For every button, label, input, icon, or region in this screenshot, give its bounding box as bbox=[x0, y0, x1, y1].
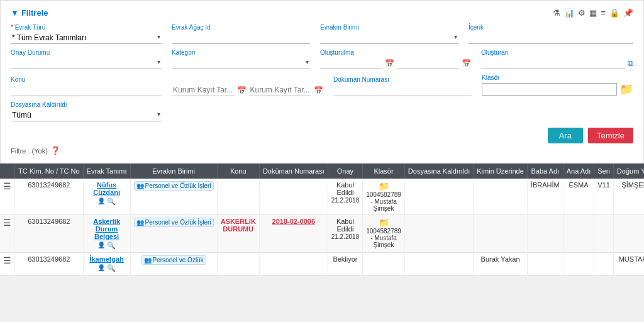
col-onay: Onay bbox=[328, 164, 363, 179]
dokuman-no-value[interactable]: 2018-02-0006 bbox=[272, 218, 316, 225]
evrak-turu-label: Evrak Türü bbox=[11, 24, 162, 31]
evrak-tanimi-cell: İkametgah 👤 🔍 bbox=[83, 253, 130, 275]
kurum-kayit-tar-start-input[interactable] bbox=[172, 84, 235, 96]
konu-cell: ASKERLİK DURUMU bbox=[217, 215, 259, 253]
onay-durumu-label: Onay Durumu bbox=[11, 49, 162, 56]
col-tc-no: TC Kim. No / TC No bbox=[15, 164, 84, 179]
klasor-input[interactable] bbox=[482, 83, 617, 96]
evrak-agac-input[interactable] bbox=[172, 32, 310, 44]
table-row: ☰ 63013249682 İkametgah 👤 🔍 👥 Personel v… bbox=[0, 253, 644, 275]
onay-date: 21.2.2018 bbox=[331, 233, 360, 240]
dokuman-numarasi-input[interactable] bbox=[333, 84, 472, 96]
col-ana-adi: Ana Adı bbox=[563, 164, 594, 179]
konu-input[interactable] bbox=[11, 84, 162, 96]
filter-label: Filtrele bbox=[21, 8, 48, 18]
onay-cell: Kabul Edildi 21.2.2018 bbox=[328, 179, 363, 215]
kategori-label: Kategori bbox=[172, 49, 310, 56]
tc-no-cell: 63013249682 bbox=[15, 215, 84, 253]
olusturan-input[interactable] bbox=[481, 57, 625, 69]
evrak-tanimi-link[interactable]: İkametgah bbox=[89, 255, 123, 263]
tc-no-value: 63013249682 bbox=[28, 181, 70, 189]
kategori-select[interactable] bbox=[172, 57, 310, 69]
row-menu-icon[interactable]: ☰ bbox=[3, 218, 11, 228]
lock-icon[interactable]: 🔒 bbox=[609, 8, 619, 18]
evraki-birimi-tag: 👥 Personel ve Özlük İşleri bbox=[134, 181, 214, 191]
onay-durumu-select[interactable] bbox=[11, 57, 162, 69]
search-button[interactable]: Ara bbox=[548, 128, 583, 143]
olusturulma-field: Oluşturulma 📅 📅 bbox=[320, 49, 471, 69]
evrak-tag-search-icon[interactable]: 🔍 bbox=[107, 264, 116, 272]
konu-cell bbox=[217, 253, 259, 275]
evrak-tanimi-cell: Nüfus Cüzdanı 👤 🔍 bbox=[83, 179, 130, 215]
ana-adi-cell bbox=[563, 253, 594, 275]
evraki-birimi-select[interactable] bbox=[320, 32, 458, 44]
olusturan-field: Oluşturan ⧉ bbox=[481, 49, 633, 69]
kurum-kayit-tar-start-calendar-icon[interactable]: 📅 bbox=[237, 86, 247, 95]
gear-icon[interactable]: ⚙ bbox=[578, 8, 586, 18]
olusturulma-start-input[interactable] bbox=[320, 57, 382, 69]
col-baba-adi: Baba Adı bbox=[527, 164, 563, 179]
filter-row-4: Dosyasına Kaldırıldı Tümü bbox=[11, 101, 633, 121]
baba-adi-cell: İBRAHİM bbox=[527, 179, 563, 215]
clear-button[interactable]: Temizle bbox=[588, 128, 633, 143]
dosyasina-cell bbox=[404, 253, 473, 275]
row-menu-icon[interactable]: ☰ bbox=[3, 181, 11, 191]
evrak-agac-label: Evrak Ağaç Id bbox=[172, 24, 310, 31]
baba-adi-value: İBRAHİM bbox=[531, 181, 560, 189]
chart-icon[interactable]: 📊 bbox=[564, 8, 574, 18]
filter-status-text: Filtre : (Yok) bbox=[11, 147, 48, 155]
dosyasina-cell bbox=[404, 215, 473, 253]
filter-row-2: Onay Durumu Kategori Oluşturulma 📅 📅 bbox=[11, 49, 633, 69]
olusturulma-end-calendar-icon[interactable]: 📅 bbox=[462, 59, 471, 68]
evraki-birimi-cell: 👥 Personel ve Özlük İşleri bbox=[130, 215, 217, 253]
col-seri: Seri bbox=[594, 164, 614, 179]
filter-row-3: Konu x 📅 📅 Doküman Numarası Klasör bbox=[11, 74, 633, 96]
records-table: TC Kim. No / TC No Evrak Tanımı Evrakın … bbox=[0, 164, 644, 275]
row-menu-icon[interactable]: ☰ bbox=[3, 255, 11, 265]
kimin-uzerinde-cell bbox=[474, 179, 528, 215]
icerik-label: İçerik bbox=[469, 24, 633, 31]
dosyasina-kaldirildi-select[interactable]: Tümü bbox=[11, 109, 162, 121]
evrak-tag-search-icon[interactable]: 🔍 bbox=[107, 242, 116, 250]
help-icon[interactable]: ❓ bbox=[50, 146, 60, 155]
table-container: TC Kim. No / TC No Evrak Tanımı Evrakın … bbox=[0, 164, 644, 275]
filter-funnel-icon[interactable]: ⚗ bbox=[553, 8, 560, 18]
row-menu-cell: ☰ bbox=[0, 215, 15, 253]
evrak-tanimi-cell: Askerlik Durum Belgesi 👤 🔍 bbox=[83, 215, 130, 253]
klasor-cell: 📁 1004582789 - Mustafa Şimşek bbox=[363, 179, 405, 215]
klasor-text: 1004582789 - Mustafa Şimşek bbox=[366, 191, 401, 212]
kurum-kayit-tar-end-calendar-icon[interactable]: 📅 bbox=[314, 86, 323, 95]
filter-panel: ▼ Filtrele ⚗ 📊 ⚙ ▦ ≡ 🔒 📌 Evrak Türü * Tü… bbox=[0, 0, 644, 164]
evrak-tanimi-link[interactable]: Nüfus Cüzdanı bbox=[93, 181, 120, 196]
pin-icon[interactable]: 📌 bbox=[623, 8, 633, 18]
konu-label: Konu bbox=[11, 76, 162, 83]
olusturan-copy-icon[interactable]: ⧉ bbox=[628, 58, 633, 69]
dokuman-numarasi-label: Doküman Numarası bbox=[333, 76, 472, 83]
kurum-kayit-tar-end-input[interactable] bbox=[249, 84, 312, 96]
kimin-uzerinde-cell bbox=[474, 215, 528, 253]
dosyasina-kaldirildi-label: Dosyasına Kaldırıldı bbox=[11, 101, 162, 108]
evrak-tag-person-icon: 👤 bbox=[97, 197, 105, 206]
evrak-tanimi-link[interactable]: Askerlik Durum Belgesi bbox=[93, 218, 120, 240]
olusturulma-end-input[interactable] bbox=[397, 57, 459, 69]
evrak-turu-select[interactable]: * Tüm Evrak Tanımları bbox=[11, 32, 162, 44]
table-body: ☰ 63013249682 Nüfus Cüzdanı 👤 🔍 👥 Person… bbox=[0, 179, 644, 275]
onay-cell: Bekliyor bbox=[328, 253, 363, 275]
seri-cell: V11 bbox=[594, 179, 614, 215]
table-icon[interactable]: ▦ bbox=[589, 8, 597, 18]
ana-adi-value: ESMA bbox=[569, 181, 588, 189]
filter2-icon[interactable]: ≡ bbox=[601, 8, 606, 18]
evraki-birimi-tag: 👥 Personel ve Özlük bbox=[142, 255, 206, 265]
icerik-input[interactable] bbox=[469, 32, 633, 44]
evraki-birimi-text: Personel ve Özlük bbox=[153, 257, 204, 264]
tc-no-value: 63013249682 bbox=[28, 218, 70, 225]
klasor-folder-icon[interactable]: 📁 bbox=[619, 82, 633, 96]
table-head: TC Kim. No / TC No Evrak Tanımı Evrakın … bbox=[0, 164, 644, 179]
olusturan-label: Oluşturan bbox=[481, 49, 633, 56]
evrak-tag-search-icon[interactable]: 🔍 bbox=[107, 197, 116, 206]
konu-field: Konu bbox=[11, 76, 162, 96]
olusturulma-start-calendar-icon[interactable]: 📅 bbox=[385, 59, 394, 68]
evraki-birimi-label: Evrakın Birimi bbox=[320, 24, 458, 31]
dokuman-no-cell bbox=[259, 253, 328, 275]
filter-header: ▼ Filtrele ⚗ 📊 ⚙ ▦ ≡ 🔒 📌 bbox=[11, 8, 633, 18]
